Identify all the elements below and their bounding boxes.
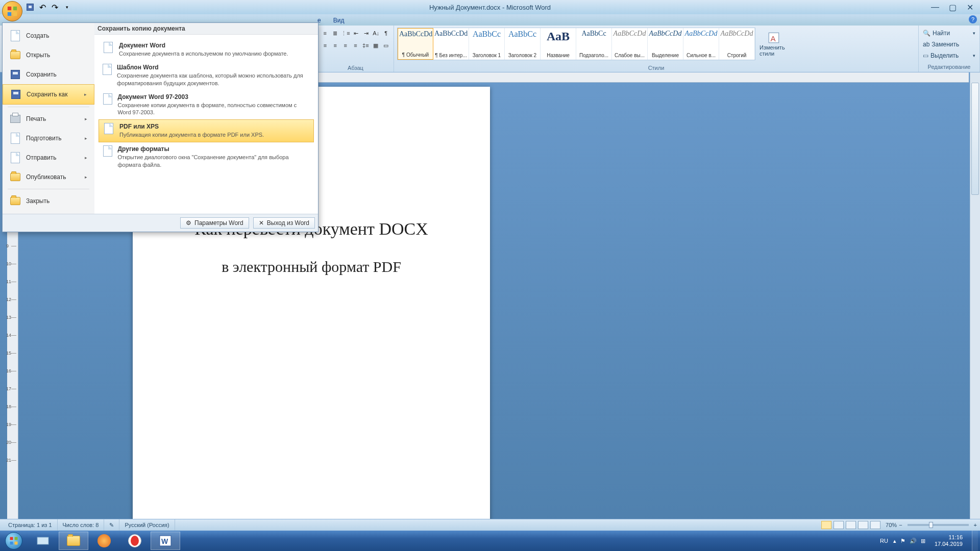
taskbar-word[interactable]: W	[151, 532, 180, 550]
change-styles-button[interactable]: A Изменить стили	[757, 28, 790, 60]
quick-access-toolbar: ↶ ↷ ▾	[26, 3, 71, 12]
office-button[interactable]	[2, 1, 22, 21]
zoom-out[interactable]: −	[899, 522, 902, 528]
view-print-layout[interactable]	[821, 521, 831, 529]
styles-group: AaBbCcDd¶ ОбычныйAaBbCcDd¶ Без интер...A…	[394, 26, 919, 72]
line-spacing-btn[interactable]: ‡≡	[361, 40, 370, 51]
shading-btn[interactable]: ▦	[371, 40, 380, 51]
zoom-level[interactable]: 70%	[886, 522, 897, 528]
multilevel-btn[interactable]: ⋮≡	[340, 28, 350, 39]
close-button[interactable]: ✕	[963, 3, 977, 12]
doc-icon	[103, 64, 112, 75]
taskbar-opera[interactable]	[120, 532, 150, 550]
office-menu-подготовить[interactable]: Подготовить▸	[3, 129, 94, 148]
vertical-scrollbar[interactable]	[970, 72, 980, 531]
taskbar-app1[interactable]	[89, 532, 119, 550]
svg-rect-2	[8, 12, 11, 16]
show-desktop-button[interactable]	[972, 531, 978, 551]
save-as-option-4[interactable]: Другие форматыОткрытие диалогового окна …	[101, 142, 312, 172]
taskbar-desktop[interactable]	[28, 532, 58, 550]
style-tile-7[interactable]: AaBbCcDdВыделение	[648, 28, 683, 60]
tray-chevron-icon[interactable]: ▴	[893, 538, 896, 544]
style-tile-6[interactable]: AaBbCcDdСлабое вы...	[612, 28, 648, 60]
doc-icon	[103, 145, 113, 157]
borders-btn[interactable]: ▭	[381, 40, 390, 51]
save-as-option-2[interactable]: Документ Word 97-2003Сохранение копии до…	[101, 90, 312, 120]
page-icon	[10, 133, 21, 144]
style-tile-0[interactable]: AaBbCcDd¶ Обычный	[398, 28, 433, 60]
qat-save[interactable]	[26, 3, 35, 12]
style-tile-8[interactable]: AaBbCcDdСильное в...	[683, 28, 719, 60]
style-tile-2[interactable]: AaBbCcЗаголовок 1	[469, 28, 505, 60]
office-menu-опубликовать[interactable]: Опубликовать▸	[3, 167, 94, 187]
doc-heading-2: в электронный формат PDF	[153, 258, 470, 276]
office-menu-открыть[interactable]: Открыть	[3, 45, 94, 65]
office-menu-печать[interactable]: Печать▸	[3, 109, 94, 129]
zoom-in[interactable]: +	[974, 522, 977, 528]
status-words[interactable]: Число слов: 8	[58, 519, 105, 531]
svg-rect-0	[8, 7, 11, 10]
doc-icon	[103, 123, 114, 134]
taskbar-explorer[interactable]	[59, 532, 88, 550]
office-menu-создать[interactable]: Создать	[3, 26, 94, 45]
paragraph-label: Абзац	[321, 64, 390, 71]
numbering-btn[interactable]: ≣	[331, 28, 340, 39]
tray-clock[interactable]: 11:16 17.04.2019	[930, 534, 967, 547]
maximize-button[interactable]: ▢	[945, 3, 960, 12]
style-tile-9[interactable]: AaBbCcDdСтрогий	[719, 28, 755, 60]
style-tile-1[interactable]: AaBbCcDd¶ Без интер...	[433, 28, 469, 60]
style-tile-3[interactable]: AaBbCcЗаголовок 2	[505, 28, 541, 60]
view-draft[interactable]	[870, 521, 880, 529]
indent-inc-btn[interactable]: ⇥	[361, 28, 371, 39]
scrollbar-thumb[interactable]	[971, 83, 979, 195]
qat-undo[interactable]: ↶	[38, 3, 47, 12]
status-language[interactable]: Русский (Россия)	[119, 519, 175, 531]
help-icon[interactable]: ?	[969, 15, 977, 23]
save-as-option-1[interactable]: Шаблон WordСохранение документа как шабл…	[101, 61, 312, 90]
view-outline[interactable]	[858, 521, 868, 529]
show-marks-btn[interactable]: ¶	[381, 28, 390, 39]
view-fullscreen[interactable]	[834, 521, 844, 529]
select-button[interactable]: ▭Выделить▾	[923, 50, 975, 61]
align-left-btn[interactable]: ≡	[321, 40, 330, 51]
save-as-panel-title: Сохранить копию документа	[94, 23, 318, 35]
start-button[interactable]	[0, 531, 28, 551]
tray-volume-icon[interactable]: 🔊	[910, 538, 917, 544]
zoom-slider[interactable]	[908, 524, 969, 526]
folder-icon	[10, 49, 21, 61]
tray-flag-icon[interactable]: ⚑	[900, 538, 905, 544]
bullets-btn[interactable]: ≡	[321, 28, 330, 39]
replace-button[interactable]: abЗаменить	[923, 39, 975, 50]
view-web[interactable]	[846, 521, 856, 529]
style-tile-5[interactable]: AaBbCcПодзаголо...	[576, 28, 612, 60]
save-as-option-0[interactable]: Документ WordСохранение документа в испо…	[101, 39, 312, 61]
office-menu-сохранить-как[interactable]: Сохранить как▸	[3, 84, 94, 105]
svg-rect-6	[10, 537, 13, 540]
indent-dec-btn[interactable]: ⇤	[352, 28, 361, 39]
minimize-button[interactable]: —	[928, 3, 942, 12]
status-page[interactable]: Страница: 1 из 1	[3, 519, 58, 531]
office-menu-отправить[interactable]: Отправить▸	[3, 148, 94, 167]
tray-language[interactable]: RU	[880, 538, 888, 544]
qat-customize[interactable]: ▾	[62, 3, 71, 12]
find-button[interactable]: 🔍Найти▾	[923, 28, 975, 39]
align-center-btn[interactable]: ≡	[331, 40, 340, 51]
justify-btn[interactable]: ≡	[351, 40, 360, 51]
qat-redo[interactable]: ↷	[50, 3, 59, 12]
align-right-btn[interactable]: ≡	[341, 40, 350, 51]
svg-rect-1	[13, 7, 17, 10]
tray-network-icon[interactable]: ⊞	[921, 538, 925, 544]
zoom-slider-thumb[interactable]	[929, 522, 933, 528]
svg-text:W: W	[161, 537, 168, 545]
exit-word-button[interactable]: ✕Выход из Word	[253, 217, 315, 229]
styles-gallery[interactable]: AaBbCcDd¶ ОбычныйAaBbCcDd¶ Без интер...A…	[397, 28, 755, 60]
svg-text:A: A	[771, 34, 776, 43]
status-proofing[interactable]: ✎	[104, 519, 119, 531]
word-options-button[interactable]: ⚙Параметры Word	[180, 217, 249, 229]
office-menu-закрыть[interactable]: Закрыть	[3, 191, 94, 211]
sort-btn[interactable]: A↓	[372, 28, 381, 39]
save-as-option-3[interactable]: PDF или XPSПубликация копии документа в …	[99, 119, 314, 142]
office-menu-сохранить[interactable]: Сохранить	[3, 65, 94, 84]
tab-view[interactable]: Вид	[327, 15, 351, 26]
style-tile-4[interactable]: АаВНазвание	[541, 28, 576, 60]
